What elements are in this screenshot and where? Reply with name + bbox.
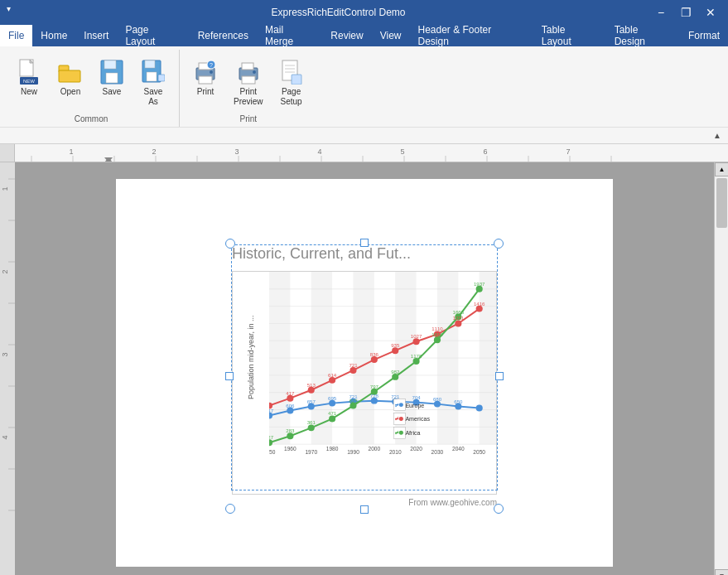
- svg-point-105: [287, 408, 293, 414]
- menu-item-review[interactable]: Review: [322, 25, 371, 46]
- chart-box: Population mid-year, in ...: [232, 271, 497, 495]
- print-icon: ?: [192, 59, 219, 85]
- menu-item-table-layout[interactable]: Table Layout: [533, 25, 606, 46]
- svg-point-112: [434, 401, 441, 408]
- print-button[interactable]: ? Print: [186, 55, 224, 101]
- svg-text:680: 680: [433, 397, 442, 402]
- svg-text:721: 721: [391, 394, 400, 399]
- svg-text:4: 4: [1, 435, 9, 439]
- svg-point-130: [350, 403, 356, 409]
- title-bar: ▾ ExpressRichEditControl Demo − ❐ ✕: [0, 0, 728, 25]
- menu-item-insert[interactable]: Insert: [75, 25, 117, 46]
- handle-top-right[interactable]: [494, 239, 504, 249]
- svg-text:1416: 1416: [431, 332, 443, 337]
- open-icon: [57, 59, 84, 85]
- handle-middle-right[interactable]: [495, 372, 504, 380]
- main-area: 1 2 3 4 Historic, Current, and Fut...: [0, 162, 728, 575]
- handle-bottom-center[interactable]: [360, 505, 369, 514]
- save-as-label: Save As: [144, 87, 163, 107]
- svg-point-133: [413, 358, 420, 365]
- scroll-down-button[interactable]: ▼: [715, 569, 728, 575]
- svg-point-121: [392, 347, 398, 354]
- ribbon-group-common: NEW New Open: [3, 50, 180, 127]
- y-axis-label: Population mid-year, in ...: [247, 366, 255, 399]
- svg-text:5: 5: [400, 147, 404, 156]
- menu-item-file[interactable]: File: [0, 25, 32, 46]
- menu-item-home[interactable]: Home: [32, 25, 75, 46]
- save-button[interactable]: Save: [93, 55, 131, 101]
- scroll-up-button[interactable]: ▲: [715, 162, 728, 176]
- svg-point-125: [476, 306, 483, 312]
- svg-text:1937: 1937: [474, 282, 485, 287]
- svg-point-124: [455, 320, 461, 326]
- svg-text:623: 623: [349, 399, 358, 403]
- svg-rect-28: [15, 144, 728, 162]
- menu-bar: File Home Insert Page Layout References …: [0, 25, 728, 46]
- restore-button[interactable]: ❐: [675, 4, 697, 21]
- svg-point-16: [210, 70, 213, 74]
- print-preview-button[interactable]: Print Preview: [228, 55, 269, 111]
- svg-text:1950: 1950: [269, 449, 276, 455]
- scroll-track[interactable]: [715, 176, 728, 569]
- svg-text:695: 695: [328, 396, 337, 401]
- scroll-thumb[interactable]: [716, 178, 727, 228]
- svg-rect-7: [104, 60, 116, 69]
- svg-point-129: [329, 415, 335, 422]
- svg-text:7: 7: [566, 147, 570, 156]
- svg-rect-20: [242, 63, 253, 70]
- svg-text:797: 797: [370, 384, 379, 389]
- handle-middle-left[interactable]: [225, 372, 234, 380]
- handle-top-left[interactable]: [225, 239, 235, 249]
- svg-rect-53: [0, 162, 15, 575]
- svg-text:650: 650: [454, 399, 463, 404]
- handle-bottom-right[interactable]: [494, 504, 504, 514]
- menu-item-table-design[interactable]: Table Design: [606, 25, 680, 46]
- svg-point-114: [476, 405, 483, 412]
- svg-point-120: [371, 356, 378, 363]
- svg-text:1980: 1980: [326, 446, 339, 452]
- handle-top-center[interactable]: [360, 239, 369, 247]
- svg-text:2010: 2010: [389, 449, 402, 455]
- title-bar-left: ▾: [7, 4, 27, 21]
- page-setup-button[interactable]: Page Setup: [272, 55, 311, 111]
- new-button[interactable]: NEW New: [10, 55, 48, 101]
- save-icon: [99, 59, 125, 85]
- svg-rect-21: [242, 76, 255, 84]
- menu-item-format[interactable]: Format: [680, 25, 728, 46]
- ribbon-groups: NEW New Open: [0, 50, 728, 127]
- ribbon-group-common-label: Common: [75, 111, 108, 123]
- menu-item-header-footer[interactable]: Header & Footer Design: [409, 25, 533, 46]
- menu-item-view[interactable]: View: [372, 25, 410, 46]
- menu-item-page-layout[interactable]: Page Layout: [117, 25, 189, 46]
- handle-bottom-left[interactable]: [225, 504, 235, 514]
- title-bar-title: ExpressRichEditControl Demo: [27, 7, 650, 18]
- page-setup-label: Page Setup: [281, 87, 302, 107]
- title-bar-controls: − ❐ ✕: [650, 4, 721, 21]
- minimize-button[interactable]: −: [650, 4, 672, 21]
- ribbon-collapse-button[interactable]: ▲: [710, 129, 725, 142]
- svg-text:704: 704: [412, 395, 422, 400]
- svg-text:1970: 1970: [305, 449, 317, 455]
- svg-point-117: [308, 387, 315, 394]
- new-label: New: [21, 87, 37, 97]
- svg-text:471: 471: [328, 412, 337, 417]
- menu-item-references[interactable]: References: [190, 25, 257, 46]
- svg-text:1416: 1416: [474, 302, 485, 307]
- save-label: Save: [103, 87, 122, 97]
- svg-text:1: 1: [1, 186, 9, 191]
- svg-text:NEW: NEW: [23, 79, 35, 84]
- svg-text:2: 2: [152, 147, 156, 156]
- svg-text:Americas: Americas: [405, 417, 430, 423]
- svg-text:2: 2: [1, 269, 9, 273]
- menu-item-mail-merge[interactable]: Mail Merge: [257, 25, 322, 46]
- svg-text:728: 728: [370, 394, 379, 399]
- save-as-button[interactable]: Save As: [134, 55, 172, 111]
- svg-point-107: [329, 400, 335, 407]
- svg-text:1027: 1027: [411, 334, 422, 339]
- svg-text:✓: ✓: [394, 429, 400, 437]
- ruler-main: 1 2 3 4 5 6 7: [15, 144, 728, 162]
- close-button[interactable]: ✕: [700, 4, 721, 21]
- open-button[interactable]: Open: [51, 55, 89, 101]
- svg-rect-12: [158, 75, 165, 81]
- svg-text:1110: 1110: [431, 326, 443, 331]
